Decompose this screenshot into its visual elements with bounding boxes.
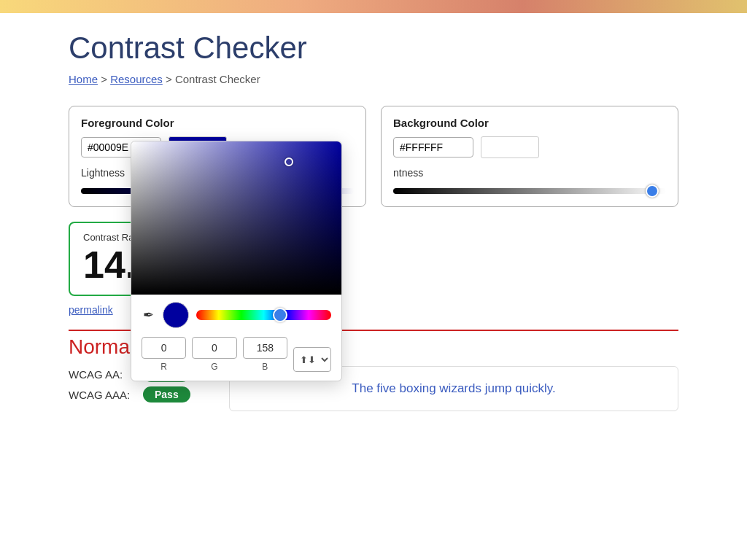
picker-top-row: ✒: [142, 302, 331, 328]
rgb-g-input[interactable]: [192, 337, 236, 359]
breadcrumb-home[interactable]: Home: [69, 73, 98, 85]
breadcrumb: Home > Resources > Contrast Checker: [69, 73, 678, 85]
picker-gradient-area[interactable]: [131, 141, 341, 295]
picker-color-circle: [163, 302, 189, 328]
rgb-g-field: G: [192, 337, 236, 372]
hue-slider-thumb: [273, 308, 287, 322]
eyedropper-button[interactable]: ✒: [142, 306, 155, 324]
picker-crosshair: [285, 158, 293, 166]
picker-controls: ✒: [131, 295, 341, 337]
sample-text: The five boxing wizards jump quickly.: [352, 381, 555, 396]
background-panel-title: Background Color: [393, 117, 666, 129]
page-title: Contrast Checker: [69, 31, 678, 66]
rgb-r-field: R: [142, 337, 186, 372]
top-banner: [0, 0, 747, 13]
color-picker-popup: ✒ R G B: [131, 141, 342, 381]
wcag-aaa-badge: Pass: [143, 386, 190, 402]
picker-rgb-row: R G B ⬆⬇: [131, 337, 341, 372]
breadcrumb-sep1: >: [101, 73, 110, 85]
hue-slider[interactable]: [196, 310, 331, 320]
background-swatch[interactable]: [481, 136, 539, 158]
rgb-b-input[interactable]: [243, 337, 287, 359]
background-panel: Background Color ntness: [381, 106, 678, 207]
rgb-mode-selector[interactable]: ⬆⬇: [293, 347, 331, 372]
wcag-aa-label: WCAG AA:: [69, 368, 134, 381]
background-input-row: [393, 136, 666, 158]
breadcrumb-current: Contrast Checker: [175, 73, 260, 85]
background-lightness-slider[interactable]: [393, 183, 666, 196]
breadcrumb-resources[interactable]: Resources: [110, 73, 163, 85]
breadcrumb-sep2: >: [166, 73, 175, 85]
wcag-aaa-row: WCAG AAA: Pass: [69, 386, 214, 402]
background-hex-input[interactable]: [393, 137, 473, 158]
permalink[interactable]: permalink: [69, 304, 113, 316]
rgb-b-label: B: [262, 362, 268, 372]
foreground-panel-title: Foreground Color: [81, 117, 354, 129]
background-lightness-label: ntness: [393, 167, 666, 179]
rgb-g-label: G: [211, 362, 217, 372]
color-panels: Foreground Color Lightness Background Co…: [69, 106, 678, 207]
page-container: Contrast Checker Home > Resources > Cont…: [45, 13, 702, 429]
wcag-aaa-label: WCAG AAA:: [69, 389, 134, 401]
rgb-r-input[interactable]: [142, 337, 186, 359]
rgb-b-field: B: [243, 337, 287, 372]
rgb-r-label: R: [160, 362, 167, 372]
